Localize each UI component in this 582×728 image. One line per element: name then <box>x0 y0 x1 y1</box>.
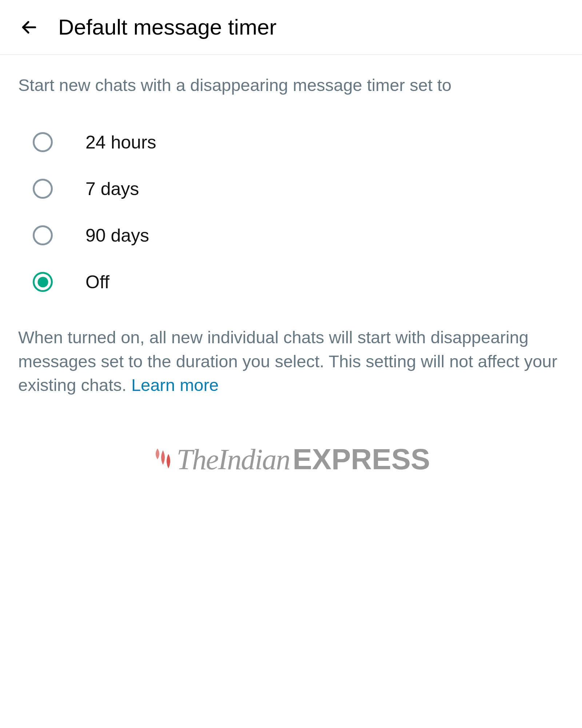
page-title: Default message timer <box>58 15 276 40</box>
radio-option-7-days[interactable]: 7 days <box>0 166 582 212</box>
radio-option-24-hours[interactable]: 24 hours <box>0 119 582 166</box>
radio-options-group: 24 hours 7 days 90 days Off <box>0 108 582 316</box>
radio-label: Off <box>85 272 109 293</box>
learn-more-link[interactable]: Learn more <box>131 375 219 395</box>
radio-icon-selected <box>33 272 53 292</box>
radio-label: 90 days <box>85 225 149 246</box>
radio-icon <box>33 179 53 199</box>
footer-description: When turned on, all new individual chats… <box>18 328 557 395</box>
watermark-text-italic: TheIndian <box>177 443 290 476</box>
back-arrow-icon[interactable] <box>18 16 40 38</box>
watermark-text-bold: EXPRESS <box>292 443 430 476</box>
header: Default message timer <box>0 0 582 55</box>
radio-option-90-days[interactable]: 90 days <box>0 212 582 259</box>
watermark-flame-icon <box>152 447 174 472</box>
description-text: Start new chats with a disappearing mess… <box>0 55 582 108</box>
footer-text: When turned on, all new individual chats… <box>0 316 582 406</box>
watermark-logo: TheIndianEXPRESS <box>0 406 582 494</box>
radio-option-off[interactable]: Off <box>0 259 582 305</box>
radio-icon <box>33 225 53 245</box>
radio-icon <box>33 132 53 152</box>
radio-label: 24 hours <box>85 132 156 153</box>
radio-label: 7 days <box>85 178 139 199</box>
